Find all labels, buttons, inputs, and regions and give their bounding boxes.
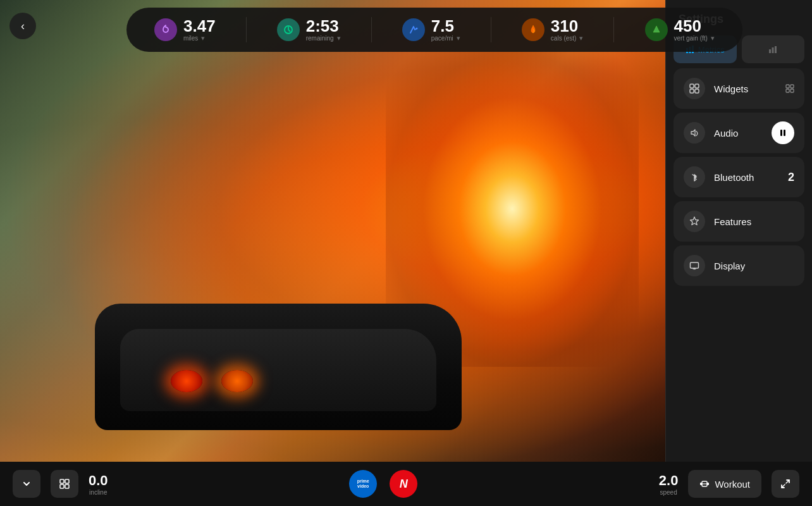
widgets-icon: [684, 78, 705, 99]
vert-gain-label: vert gain (ft) ▾: [674, 34, 715, 42]
svg-rect-21: [60, 484, 64, 488]
pace-icon: [402, 18, 425, 41]
svg-rect-17: [784, 130, 785, 136]
grid-button[interactable]: [51, 470, 78, 498]
audio-pause-button[interactable]: [772, 121, 794, 144]
stats-bar: 3.47 miles ▾ 2:53 remaining ▾: [126, 8, 742, 52]
svg-rect-22: [65, 484, 69, 488]
stat-calories[interactable]: 310 cals (est) ▾: [522, 18, 584, 42]
stat-pace[interactable]: 7.5 pace/mi ▾: [402, 18, 460, 42]
svg-rect-5: [769, 49, 771, 53]
svg-rect-12: [786, 85, 789, 88]
settings-row-display[interactable]: Display: [674, 245, 804, 286]
speed-label: speed: [660, 489, 677, 496]
svg-rect-10: [690, 89, 694, 93]
charts-icon: [768, 45, 777, 54]
calories-values: 310 cals (est) ▾: [551, 18, 584, 42]
bluetooth-label: Bluetooth: [714, 172, 779, 183]
display-label: Display: [714, 261, 794, 271]
widgets-grid-icon: [785, 84, 794, 93]
expand-icon: [780, 479, 790, 489]
bluetooth-icon: [684, 166, 705, 188]
audio-label: Audio: [714, 128, 763, 139]
miles-value: 3.47: [183, 18, 216, 34]
svg-rect-11: [695, 89, 699, 93]
remaining-label: remaining ▾: [306, 34, 341, 42]
workout-icon: [699, 479, 710, 489]
bluetooth-count: 2: [788, 171, 794, 184]
svg-rect-19: [60, 479, 64, 483]
stat-miles[interactable]: 3.47 miles ▾: [154, 18, 216, 42]
prime-video-label: primevideo: [357, 479, 369, 488]
incline-display: 0.0 incline: [89, 472, 108, 496]
netflix-label: N: [400, 478, 408, 491]
grid-icon: [59, 479, 70, 489]
settings-row-bluetooth[interactable]: Bluetooth 2: [674, 157, 804, 197]
incline-label: incline: [89, 489, 107, 496]
divider-1: [246, 17, 247, 42]
widgets-label: Widgets: [714, 83, 777, 94]
divider-2: [371, 17, 372, 42]
svg-rect-14: [786, 89, 789, 92]
pace-label: pace/mi ▾: [431, 34, 460, 42]
audio-icon: [684, 122, 705, 144]
miles-label: miles ▾: [183, 34, 205, 42]
background-video: [0, 0, 670, 462]
calories-label: cals (est) ▾: [551, 34, 584, 42]
miles-values: 3.47 miles ▾: [183, 18, 216, 42]
bottom-bar: 0.0 incline primevideo N 2.0 speed Worko…: [0, 462, 812, 506]
svg-rect-18: [691, 262, 699, 268]
settings-row-features[interactable]: Features: [674, 201, 804, 242]
display-icon: [684, 255, 705, 276]
remaining-value: 2:53: [306, 18, 339, 34]
incline-value: 0.0: [89, 472, 108, 489]
chevron-down-icon: [22, 479, 32, 489]
vert-gain-value: 450: [674, 18, 701, 34]
settings-panel: Settings Metrics: [665, 0, 812, 462]
svg-rect-6: [772, 47, 774, 53]
back-button[interactable]: ‹: [9, 13, 36, 39]
speed-display: 2.0 speed: [659, 472, 679, 496]
stat-remaining[interactable]: 2:53 remaining ▾: [277, 18, 341, 42]
divider-4: [613, 17, 614, 42]
prime-video-button[interactable]: primevideo: [349, 470, 377, 498]
pace-value: 7.5: [431, 18, 454, 34]
settings-row-audio[interactable]: Audio: [674, 113, 804, 153]
workout-button[interactable]: Workout: [688, 470, 761, 498]
svg-rect-20: [65, 479, 69, 483]
remaining-values: 2:53 remaining ▾: [306, 18, 341, 42]
svg-point-1: [415, 28, 417, 30]
calories-icon: [522, 18, 544, 41]
svg-rect-16: [780, 130, 782, 136]
svg-rect-9: [695, 84, 699, 88]
pace-values: 7.5 pace/mi ▾: [431, 18, 460, 42]
vert-gain-icon: [645, 18, 668, 41]
netflix-button[interactable]: N: [390, 470, 417, 498]
remaining-icon: [277, 18, 300, 41]
bottom-right-controls: 2.0 speed Workout: [659, 470, 799, 498]
svg-rect-13: [790, 85, 794, 88]
tab-charts[interactable]: [742, 35, 805, 63]
workout-label: Workout: [715, 479, 750, 490]
calories-value: 310: [551, 18, 578, 34]
settings-row-widgets[interactable]: Widgets: [674, 68, 804, 109]
bottom-left-controls: 0.0 incline: [13, 470, 108, 498]
svg-rect-8: [690, 84, 694, 88]
dropdown-button[interactable]: [13, 470, 40, 498]
stat-vert-gain[interactable]: 450 vert gain (ft) ▾: [645, 18, 715, 42]
bottom-center-apps: primevideo N: [349, 470, 417, 498]
speed-value: 2.0: [659, 472, 679, 489]
car-image: [95, 240, 474, 430]
back-icon: ‹: [21, 20, 25, 33]
vert-gain-values: 450 vert gain (ft) ▾: [674, 18, 715, 42]
miles-icon: [154, 18, 177, 41]
expand-button[interactable]: [772, 470, 799, 498]
features-label: Features: [714, 216, 794, 227]
svg-rect-15: [790, 89, 794, 92]
divider-3: [491, 17, 491, 42]
svg-rect-7: [775, 46, 777, 53]
features-icon: [684, 211, 705, 232]
